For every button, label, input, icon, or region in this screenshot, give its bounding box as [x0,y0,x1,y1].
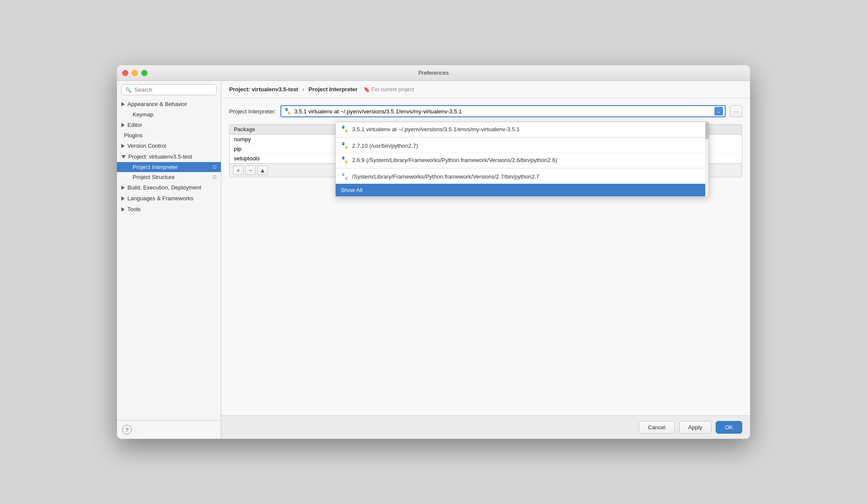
copy-icon: ⊡ [213,164,217,170]
title-bar: Preferences [117,65,750,81]
interpreter-dropdown[interactable]: 3.5.1 virtualenv at ~/.pyenv/versions/3.… [335,122,709,197]
dropdown-divider-2 [336,168,709,169]
remove-package-button[interactable]: − [245,166,256,175]
sidebar-item-editor[interactable]: Editor [117,119,221,130]
sidebar-item-project-interpreter[interactable]: Project Interpreter ⊡ [117,162,221,172]
expand-icon [121,144,125,148]
dropdown-item-label: 3.5.1 virtualenv at ~/.pyenv/versions/3.… [352,126,520,133]
dropdown-item-label: 2.6.9 (/System/Library/Frameworks/Python… [352,157,557,163]
right-panel: Project: virtualenv3.5-test › Project In… [221,81,750,439]
more-options-button[interactable]: ··· [730,105,742,117]
sidebar-item-tools[interactable]: Tools [117,204,221,215]
sidebar-item-label: Version Control [127,143,166,149]
cancel-button[interactable]: Cancel [639,421,674,434]
svg-point-8 [343,126,343,127]
search-input[interactable] [134,86,213,93]
search-box[interactable]: 🔍 [121,84,217,95]
breadcrumb-hint: 🔖 For current project [363,86,414,93]
help-button[interactable]: ? [122,425,132,434]
scrollbar-thumb [705,122,709,139]
sidebar-item-label: Project Interpreter [133,164,178,170]
add-package-button[interactable]: + [233,166,243,175]
sidebar: 🔍 Appearance & Behavior Keymap Editor Pl… [117,81,221,439]
python-icon [284,107,292,115]
svg-point-9 [346,131,347,132]
window-title: Preferences [418,70,449,76]
dropdown-item-show-all[interactable]: Show All [336,184,709,197]
svg-point-5 [289,113,290,114]
svg-point-4 [286,109,287,109]
main-content: 🔍 Appearance & Behavior Keymap Editor Pl… [117,81,750,439]
breadcrumb-separator: › [303,86,304,93]
bookmark-icon: 🔖 [363,86,370,93]
maximize-button[interactable] [141,70,147,76]
sidebar-bottom: ? [117,420,221,439]
interpreter-select-wrapper: 3.5.1 virtualenv at ~/.pyenv/versions/3.… [280,105,726,117]
dropdown-item-opt1[interactable]: 3.5.1 virtualenv at ~/.pyenv/versions/3.… [336,122,709,136]
expand-icon [121,196,125,201]
sidebar-item-version-control[interactable]: Version Control [117,140,221,151]
svg-point-12 [343,143,343,144]
sidebar-item-label: Editor [127,122,142,128]
preferences-window: Preferences 🔍 Appearance & Behavior Keym… [117,65,750,439]
python-icon [341,125,349,133]
breadcrumb: Project: virtualenv3.5-test › Project In… [221,81,750,98]
expand-icon [121,155,126,159]
sidebar-item-project-structure[interactable]: Project Structure ⊡ [117,172,221,182]
sidebar-item-label: Keymap [133,111,153,118]
svg-point-16 [343,157,343,158]
ok-button[interactable]: OK [716,421,742,434]
dropdown-item-label: /System/Library/Frameworks/Python.framew… [352,173,540,180]
sidebar-item-label: Languages & Frameworks [127,195,193,202]
svg-point-20 [343,174,343,175]
select-arrow-icon: ⌄ [714,107,723,116]
interpreter-selected-value: 3.5.1 virtualenv at ~/.pyenv/versions/3.… [294,108,462,115]
close-button[interactable] [122,70,128,76]
dropdown-item-label: Show All [341,187,363,193]
search-icon: 🔍 [125,87,132,93]
python-icon [341,142,349,149]
sidebar-item-plugins[interactable]: Plugins [117,130,221,140]
breadcrumb-project: Project: virtualenv3.5-test [229,86,298,93]
upgrade-package-button[interactable]: ▲ [257,166,268,175]
interpreter-select[interactable]: 3.5.1 virtualenv at ~/.pyenv/versions/3.… [280,105,726,117]
sidebar-item-label: Appearance & Behavior [127,101,187,107]
dropdown-scrollbar[interactable] [705,122,709,197]
minimize-button[interactable] [132,70,138,76]
sidebar-item-label: Build, Execution, Deployment [127,184,201,191]
interpreter-row: Project Interpreter: [229,105,742,117]
bottom-bar: Cancel Apply OK [221,415,750,439]
dropdown-item-opt4[interactable]: /System/Library/Frameworks/Python.framew… [336,169,709,184]
expand-icon [121,186,125,190]
dropdown-item-opt3[interactable]: 2.6.9 (/System/Library/Frameworks/Python… [336,153,709,167]
sidebar-item-build-execution[interactable]: Build, Execution, Deployment [117,182,221,193]
dropdown-item-label: 2.7.10 (/usr/bin/python2.7) [352,143,418,149]
interpreter-label: Project Interpreter: [229,108,276,115]
sidebar-item-label: Tools [127,206,140,212]
sidebar-item-project[interactable]: Project: virtualenv3.5-test [117,151,221,162]
copy-icon: ⊡ [213,174,217,180]
sidebar-item-languages-frameworks[interactable]: Languages & Frameworks [117,193,221,204]
svg-point-17 [346,162,347,162]
dropdown-item-opt2[interactable]: 2.7.10 (/usr/bin/python2.7) [336,139,709,153]
dropdown-divider [336,137,709,138]
expand-icon [121,207,125,212]
svg-point-21 [346,178,347,179]
sidebar-item-label: Project: virtualenv3.5-test [128,153,192,160]
python-icon-gray [341,172,349,180]
expand-icon [121,123,125,127]
breadcrumb-page: Project Interpreter [309,86,358,93]
sidebar-item-label: Plugins [124,132,143,139]
sidebar-item-label: Project Structure [133,174,175,180]
traffic-lights [122,70,147,76]
python-icon [341,156,349,164]
svg-point-13 [346,147,347,148]
sidebar-item-appearance-behavior[interactable]: Appearance & Behavior [117,99,221,109]
apply-button[interactable]: Apply [679,421,712,434]
expand-icon [121,102,125,106]
panel-content: Project Interpreter: [221,98,750,415]
sidebar-item-keymap[interactable]: Keymap [117,109,221,119]
